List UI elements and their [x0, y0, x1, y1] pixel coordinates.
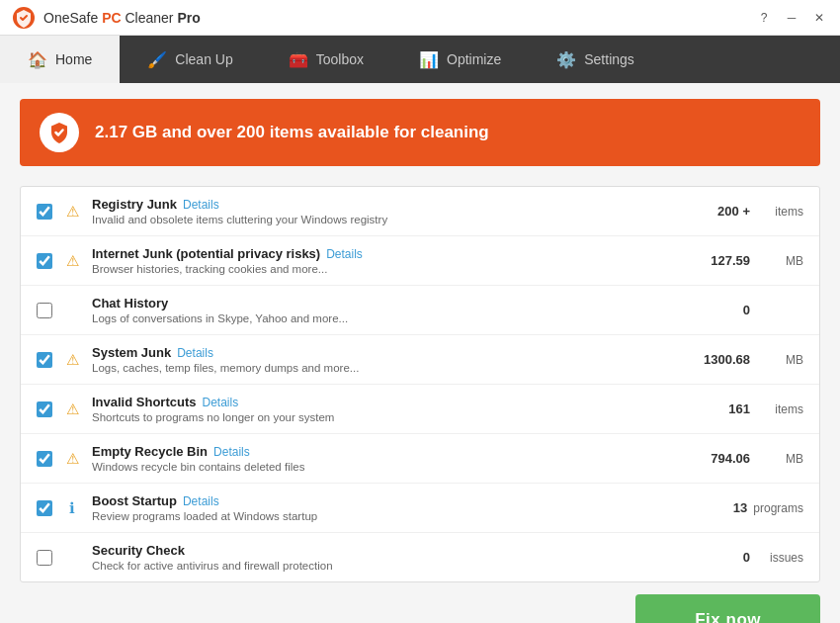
- list-item-recycle: ⚠ Empty Recycle Bin Details Windows recy…: [21, 434, 819, 484]
- details-link-recycle[interactable]: Details: [213, 445, 250, 459]
- item-unit-registry: items: [756, 205, 803, 219]
- warning-icon-internet: ⚠: [62, 251, 82, 271]
- checkbox-shortcuts[interactable]: [37, 401, 52, 417]
- item-number-system: 1300.68: [691, 352, 750, 367]
- toolbox-icon: 🧰: [289, 50, 308, 69]
- alert-text: 2.17 GB and over 200 items available for…: [95, 123, 489, 142]
- warning-icon-recycle: ⚠: [62, 449, 82, 469]
- item-unit-recycle: MB: [756, 452, 803, 466]
- nav-label-optimize: Optimize: [447, 51, 501, 67]
- checkbox-internet[interactable]: [37, 253, 52, 269]
- item-title-chat: Chat History: [92, 296, 168, 311]
- item-info-internet: Internet Junk (potential privacy risks) …: [92, 246, 681, 275]
- list-item-chat: ⚠ Chat History Logs of conversations in …: [21, 286, 819, 335]
- item-value-system: 1300.68 MB: [691, 352, 803, 367]
- item-desc-registry: Invalid and obsolete items cluttering yo…: [92, 214, 681, 225]
- item-info-startup: Boost Startup Details Review programs lo…: [92, 493, 678, 522]
- app-title: OneSafe PC Cleaner Pro: [43, 10, 201, 26]
- warning-icon-registry: ⚠: [62, 202, 82, 222]
- item-desc-recycle: Windows recycle bin contains deleted fil…: [92, 461, 681, 473]
- title-bar-controls: ? ─ ✕: [751, 7, 832, 29]
- item-number-startup: 13: [688, 500, 747, 515]
- item-unit-startup: programs: [753, 501, 803, 515]
- placeholder-icon-security: ⚠: [62, 548, 82, 568]
- details-link-registry[interactable]: Details: [183, 198, 219, 212]
- shield-icon: [47, 121, 71, 144]
- item-desc-chat: Logs of conversations in Skype, Yahoo an…: [92, 312, 681, 324]
- checkbox-recycle[interactable]: [37, 451, 52, 467]
- item-title-system: System Junk: [92, 345, 171, 360]
- item-unit-system: MB: [756, 353, 803, 367]
- list-item-shortcuts: ⚠ Invalid Shortcuts Details Shortcuts to…: [21, 385, 819, 434]
- details-link-system[interactable]: Details: [177, 346, 213, 360]
- item-value-security: 0 issues: [691, 550, 803, 565]
- item-number-registry: 200 +: [691, 204, 750, 219]
- item-info-security: Security Check Check for active antiviru…: [92, 543, 681, 572]
- details-link-startup[interactable]: Details: [183, 494, 219, 508]
- warning-icon-shortcuts: ⚠: [62, 400, 82, 419]
- item-title-recycle: Empty Recycle Bin: [92, 444, 208, 459]
- item-desc-security: Check for active antivirus and firewall …: [92, 560, 681, 572]
- list-item-startup: ℹ Boost Startup Details Review programs …: [21, 484, 819, 533]
- settings-icon: ⚙️: [556, 50, 576, 69]
- title-bar-left: OneSafe PC Cleaner Pro: [12, 6, 201, 30]
- checkbox-security[interactable]: [37, 550, 52, 566]
- title-bar: OneSafe PC Cleaner Pro ? ─ ✕: [0, 0, 840, 36]
- nav-item-toolbox[interactable]: 🧰 Toolbox: [261, 36, 391, 83]
- minimize-button[interactable]: ─: [779, 7, 804, 29]
- item-desc-startup: Review programs loaded at Windows startu…: [92, 510, 678, 522]
- fix-now-button[interactable]: Fix now: [635, 594, 820, 623]
- item-title-shortcuts: Invalid Shortcuts: [92, 395, 196, 409]
- main-content: 2.17 GB and over 200 items available for…: [0, 83, 840, 623]
- checkbox-chat[interactable]: [37, 303, 52, 318]
- item-desc-system: Logs, caches, temp files, memory dumps a…: [92, 362, 681, 374]
- optimize-icon: 📊: [419, 50, 439, 69]
- item-number-internet: 127.59: [691, 253, 750, 268]
- bottom-bar: Fix now: [20, 582, 820, 623]
- nav-item-cleanup[interactable]: 🖌️ Clean Up: [120, 36, 260, 83]
- item-number-chat: 0: [691, 303, 750, 317]
- shield-icon-container: [40, 113, 79, 152]
- nav-item-optimize[interactable]: 📊 Optimize: [391, 36, 529, 83]
- item-title-registry: Registry Junk: [92, 197, 177, 212]
- item-info-chat: Chat History Logs of conversations in Sk…: [92, 296, 681, 324]
- list-item-internet: ⚠ Internet Junk (potential privacy risks…: [21, 236, 819, 286]
- item-desc-shortcuts: Shortcuts to programs no longer on your …: [92, 411, 681, 423]
- details-link-shortcuts[interactable]: Details: [202, 396, 238, 409]
- nav-item-settings[interactable]: ⚙️ Settings: [529, 36, 662, 83]
- checkbox-registry[interactable]: [37, 204, 52, 220]
- item-title-startup: Boost Startup: [92, 493, 177, 508]
- placeholder-icon-chat: ⚠: [62, 301, 82, 320]
- app-logo-icon: [12, 6, 36, 30]
- item-desc-internet: Browser histories, tracking cookies and …: [92, 263, 681, 275]
- item-value-internet: 127.59 MB: [691, 253, 803, 268]
- nav-label-cleanup: Clean Up: [175, 51, 232, 67]
- details-link-internet[interactable]: Details: [326, 247, 363, 261]
- item-number-recycle: 794.06: [691, 451, 750, 466]
- item-value-registry: 200 + items: [691, 204, 803, 219]
- nav-label-settings: Settings: [584, 51, 634, 67]
- item-info-shortcuts: Invalid Shortcuts Details Shortcuts to p…: [92, 395, 681, 423]
- item-info-registry: Registry Junk Details Invalid and obsole…: [92, 197, 681, 225]
- close-button[interactable]: ✕: [806, 7, 832, 29]
- nav-label-home: Home: [55, 51, 92, 67]
- scan-items-list: ⚠ Registry Junk Details Invalid and obso…: [20, 186, 820, 582]
- home-icon: 🏠: [28, 50, 47, 69]
- nav-label-toolbox: Toolbox: [316, 51, 364, 67]
- item-title-internet: Internet Junk (potential privacy risks): [92, 246, 320, 261]
- item-unit-shortcuts: items: [756, 402, 803, 416]
- item-value-recycle: 794.06 MB: [691, 451, 803, 466]
- checkbox-startup[interactable]: [37, 500, 52, 516]
- alert-banner: 2.17 GB and over 200 items available for…: [20, 99, 820, 166]
- warning-icon-system: ⚠: [62, 350, 82, 370]
- help-button[interactable]: ?: [751, 7, 777, 29]
- item-info-recycle: Empty Recycle Bin Details Windows recycl…: [92, 444, 681, 473]
- item-info-system: System Junk Details Logs, caches, temp f…: [92, 345, 681, 374]
- item-value-startup: 13 programs: [688, 500, 803, 515]
- item-number-shortcuts: 161: [691, 401, 750, 416]
- checkbox-system[interactable]: [37, 352, 52, 368]
- item-unit-security: issues: [756, 551, 803, 565]
- list-item-system: ⚠ System Junk Details Logs, caches, temp…: [21, 335, 819, 385]
- item-unit-internet: MB: [756, 254, 803, 268]
- nav-item-home[interactable]: 🏠 Home: [0, 36, 120, 83]
